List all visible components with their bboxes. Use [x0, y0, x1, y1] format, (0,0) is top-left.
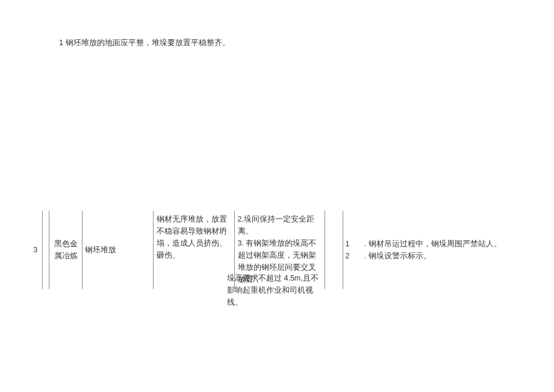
cell-risk: 钢材无序堆放，放置不稳容易导致钢材坍塌，造成人员挤伤、砸伤。 [153, 211, 234, 289]
extra-paragraph: 垛高要求不超过 4.5m,且不影响起重机作业和司机视线。 [227, 272, 320, 308]
cell-item: 钢坯堆放 [82, 211, 153, 289]
m2-n2: 2 [346, 250, 350, 262]
intro-text: 1 钢坯堆放的地面应平整，堆垛要放置平稳整齐。 [59, 37, 230, 48]
m2-t2: . 钢垛设警示标示。 [364, 252, 431, 260]
cell-num: 3 [29, 211, 42, 289]
cell-category: 黑色金属冶炼 [49, 211, 82, 289]
m2-n1: 1 [346, 238, 350, 250]
cell-measure2: 1 . 钢材吊运过程中，钢垛周围严禁站人。 2 . 钢垛设警示标示。 [343, 211, 526, 289]
m2-t1: . 钢材吊运过程中，钢垛周围严禁站人。 [364, 240, 502, 248]
cell-spacer [42, 211, 49, 289]
cell-gap [325, 211, 343, 289]
